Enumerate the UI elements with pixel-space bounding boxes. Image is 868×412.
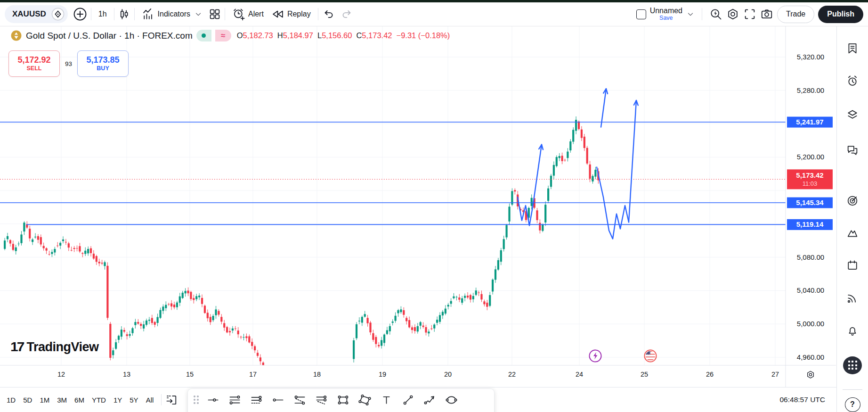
range-6m-button[interactable]: 6M bbox=[71, 394, 88, 406]
svg-text:25: 25 bbox=[641, 371, 648, 378]
date-range-buttons: 1D5D1M3M6MYTD1Y5YAll bbox=[3, 394, 157, 406]
object-tree-icon[interactable] bbox=[846, 108, 859, 121]
redo-icon[interactable] bbox=[341, 8, 354, 21]
range-ytd-button[interactable]: YTD bbox=[89, 394, 109, 406]
alert-button[interactable]: Alert bbox=[228, 6, 268, 23]
svg-text:5,145.34: 5,145.34 bbox=[796, 198, 824, 206]
buy-button[interactable]: 5,173.85 BUY bbox=[77, 50, 129, 77]
svg-text:18: 18 bbox=[313, 371, 321, 378]
chat-icon[interactable] bbox=[846, 143, 859, 157]
info-line-icon[interactable] bbox=[250, 394, 263, 406]
svg-text:4,960.00: 4,960.00 bbox=[797, 353, 824, 361]
ideas-icon[interactable] bbox=[846, 226, 859, 239]
trend-line-icon[interactable] bbox=[402, 394, 414, 406]
range-3m-button[interactable]: 3M bbox=[54, 394, 70, 406]
svg-text:5,119.14: 5,119.14 bbox=[796, 220, 824, 228]
symbol-name: XAUUSD bbox=[12, 9, 46, 19]
rectangle-icon[interactable] bbox=[337, 394, 349, 406]
svg-text:22: 22 bbox=[508, 371, 516, 378]
svg-text:17: 17 bbox=[249, 371, 257, 378]
svg-text:5,080.00: 5,080.00 bbox=[797, 253, 824, 261]
rotated-rectangle-icon[interactable] bbox=[358, 394, 371, 406]
symbol-title[interactable]: Gold Spot / U.S. Dollar · 1h · FOREX.com bbox=[26, 31, 193, 41]
range-5y-button[interactable]: 5Y bbox=[126, 394, 141, 406]
undo-icon[interactable] bbox=[322, 8, 335, 21]
layout-name-button[interactable]: Unnamed Save bbox=[650, 7, 682, 21]
drawing-tools-panel bbox=[187, 388, 495, 412]
screener-radar-icon[interactable] bbox=[846, 194, 859, 207]
settings-hexagon-icon[interactable] bbox=[726, 8, 739, 21]
streams-icon[interactable] bbox=[846, 291, 859, 305]
add-compare-icon[interactable] bbox=[73, 7, 88, 22]
svg-text:26: 26 bbox=[706, 371, 714, 378]
range-5d-button[interactable]: 5D bbox=[20, 394, 35, 406]
publish-button[interactable]: Publish bbox=[818, 6, 863, 23]
buy-label: BUY bbox=[97, 65, 109, 72]
arrow-marker-icon[interactable] bbox=[423, 394, 436, 406]
parallel-lines-icon[interactable] bbox=[228, 394, 241, 406]
right-sidebar: ? bbox=[836, 26, 868, 412]
symbol-search-button[interactable]: XAUUSD bbox=[5, 5, 68, 23]
chevron-down-icon[interactable] bbox=[194, 10, 203, 18]
market-status-green-dot-icon[interactable] bbox=[196, 30, 211, 41]
range-all-button[interactable]: All bbox=[143, 394, 157, 406]
ellipse-icon[interactable] bbox=[445, 394, 458, 406]
calendar-icon[interactable] bbox=[846, 259, 859, 272]
layout-chevron-down-icon[interactable] bbox=[686, 10, 695, 18]
svg-text:12: 12 bbox=[57, 371, 65, 378]
replay-label: Replay bbox=[287, 10, 311, 18]
watchlist-icon[interactable] bbox=[846, 42, 859, 55]
svg-text:20: 20 bbox=[444, 371, 452, 378]
clock-utc[interactable]: 06:48:57 UTC bbox=[780, 396, 826, 404]
fullscreen-icon[interactable] bbox=[743, 8, 756, 21]
svg-text:5,173.42: 5,173.42 bbox=[796, 171, 823, 179]
candles-style-icon[interactable] bbox=[118, 8, 131, 21]
disjoint-channel-icon[interactable] bbox=[315, 394, 328, 406]
symbol-diamond-icon[interactable] bbox=[51, 7, 65, 21]
text-tool-icon[interactable] bbox=[380, 394, 393, 406]
svg-text:5,320.00: 5,320.00 bbox=[797, 53, 824, 61]
interval-label: 1h bbox=[98, 10, 107, 18]
indicators-label: Indicators bbox=[158, 10, 190, 18]
apps-grid-icon[interactable] bbox=[843, 356, 862, 374]
svg-text:27: 27 bbox=[771, 371, 779, 378]
svg-text:15: 15 bbox=[186, 371, 194, 378]
tradingview-app: XAUUSD 1h Indicators bbox=[0, 0, 868, 412]
range-1m-button[interactable]: 1M bbox=[36, 394, 53, 406]
range-1y-button[interactable]: 1Y bbox=[110, 394, 125, 406]
alert-label: Alert bbox=[248, 10, 264, 18]
top-toolbar: XAUUSD 1h Indicators bbox=[0, 2, 868, 26]
order-panel: 5,172.92 SELL 93 5,173.85 BUY bbox=[8, 50, 129, 77]
quick-search-icon[interactable] bbox=[709, 8, 722, 21]
help-icon[interactable]: ? bbox=[845, 397, 860, 412]
layout-checkbox[interactable] bbox=[636, 9, 646, 19]
layout-grid-icon[interactable] bbox=[208, 8, 221, 21]
gold-coin-icon bbox=[10, 30, 22, 41]
price-change: −9.31 (−0.18%) bbox=[397, 31, 450, 40]
notifications-bell-icon[interactable] bbox=[846, 324, 859, 337]
ohlc-values: O5,182.73 H5,184.97 L5,156.60 C5,173.42 … bbox=[237, 31, 450, 40]
svg-text:5,040.00: 5,040.00 bbox=[797, 286, 824, 294]
replay-rewind-icon bbox=[271, 8, 284, 21]
chart-legend[interactable]: Gold Spot / U.S. Dollar · 1h · FOREX.com… bbox=[10, 30, 450, 41]
indicators-button[interactable]: Indicators bbox=[138, 6, 194, 23]
range-1d-button[interactable]: 1D bbox=[3, 394, 19, 406]
go-to-date-icon[interactable] bbox=[165, 394, 178, 406]
horizontal-line-icon[interactable] bbox=[207, 394, 219, 406]
trade-button[interactable]: Trade bbox=[777, 6, 814, 23]
alerts-clock-icon[interactable] bbox=[846, 74, 859, 88]
camera-snapshot-icon[interactable] bbox=[760, 8, 773, 21]
drag-handle[interactable] bbox=[194, 396, 199, 404]
replay-button[interactable]: Replay bbox=[268, 6, 315, 23]
approx-equals-icon[interactable]: ≈ bbox=[215, 30, 231, 41]
regression-trend-icon[interactable] bbox=[293, 394, 306, 406]
save-link[interactable]: Save bbox=[659, 15, 673, 22]
chart-canvas[interactable]: 5,320.005,280.005,200.005,080.005,040.00… bbox=[0, 26, 836, 387]
buy-price: 5,173.85 bbox=[86, 55, 119, 65]
indicators-icon bbox=[142, 8, 155, 21]
spread-value: 93 bbox=[65, 60, 72, 67]
tradingview-wordmark: TradingView bbox=[26, 340, 98, 354]
interval-button[interactable]: 1h bbox=[95, 8, 111, 20]
sell-button[interactable]: 5,172.92 SELL bbox=[8, 50, 60, 77]
trend-segment-icon[interactable] bbox=[272, 394, 284, 406]
